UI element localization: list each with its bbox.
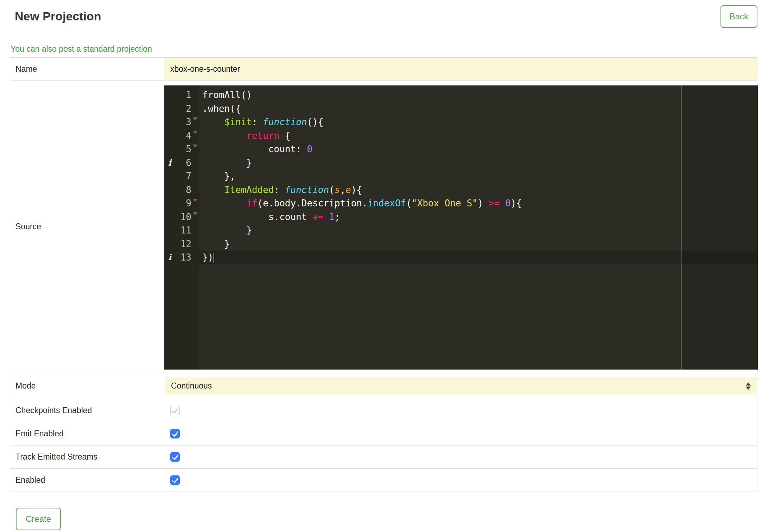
code-line: 11 }	[164, 224, 758, 237]
mode-select[interactable]: Continuous	[165, 377, 756, 395]
code-line: 5 count: 0	[164, 142, 758, 156]
info-icon: i	[168, 156, 171, 170]
emit-label: Emit Enabled	[10, 422, 164, 445]
code-token: },	[202, 171, 235, 181]
line-gutter: 3	[164, 115, 199, 129]
line-gutter: 5	[164, 142, 199, 156]
code-line: i13})	[164, 251, 758, 264]
code-token: "Xbox One S"	[412, 198, 478, 209]
code-token: function	[285, 185, 329, 195]
line-gutter: 12	[164, 237, 199, 251]
name-label: Name	[10, 58, 164, 80]
checkpoints-label: Checkpoints Enabled	[10, 399, 164, 422]
code-text: }	[199, 237, 758, 251]
source-cell: 1fromAll()2.when({3 $init: function(){4 …	[164, 81, 757, 373]
projection-form: Name Source 1fromAll()2.when({3 $init: f…	[10, 57, 757, 492]
back-button[interactable]: Back	[720, 5, 757, 28]
code-text: }	[199, 156, 758, 170]
code-token	[202, 130, 246, 141]
line-gutter: 9	[164, 197, 199, 210]
line-gutter: 2	[164, 102, 199, 116]
code-line: 9 if(e.body.Description.indexOf("Xbox On…	[164, 197, 758, 210]
line-number: 8	[164, 183, 191, 197]
form-row-source: Source 1fromAll()2.when({3 $init: functi…	[10, 80, 757, 373]
line-gutter: i6	[164, 156, 199, 170]
code-token: +=	[312, 212, 323, 222]
code-token: .when({	[202, 103, 241, 114]
line-number: 3	[164, 115, 191, 129]
enabled-checkbox[interactable]	[170, 475, 180, 485]
code-line: 3 $init: function(){	[164, 115, 758, 129]
mode-cell: Continuous	[164, 373, 757, 399]
line-number: 5	[164, 142, 191, 156]
code-token	[500, 198, 505, 209]
line-gutter: i13	[164, 251, 199, 264]
new-projection-page: New Projection Back You can also post a …	[0, 0, 762, 532]
code-token: >=	[489, 198, 500, 209]
code-text: if(e.body.Description.indexOf("Xbox One …	[199, 197, 758, 210]
code-line: 12 }	[164, 237, 758, 251]
code-token	[202, 185, 224, 195]
code-token: 0	[307, 144, 312, 154]
info-icon: i	[168, 251, 171, 264]
line-gutter: 10	[164, 210, 199, 224]
code-token: (	[406, 198, 412, 209]
create-button[interactable]: Create	[16, 508, 61, 530]
line-number: 12	[164, 237, 191, 251]
code-token: :	[252, 117, 263, 127]
code-line: i6 }	[164, 156, 758, 170]
code-token: e	[345, 185, 351, 195]
emit-cell	[164, 422, 757, 445]
line-number: 2	[164, 102, 191, 116]
code-token: s	[335, 185, 340, 195]
text-cursor	[214, 253, 214, 263]
code-line: 8 ItemAdded: function(s,e){	[164, 183, 758, 197]
enabled-label: Enabled	[10, 469, 164, 492]
code-token: :	[274, 185, 285, 195]
line-gutter: 1	[164, 88, 199, 102]
code-text: })	[199, 251, 758, 264]
code-text: s.count += 1;	[199, 210, 758, 224]
code-token: )	[478, 198, 489, 209]
name-input[interactable]	[164, 58, 757, 80]
code-line: 2.when({	[164, 102, 758, 116]
code-token	[323, 212, 329, 222]
code-token: indexOf	[368, 198, 406, 209]
checkpoints-cell	[164, 399, 757, 422]
line-gutter: 8	[164, 183, 199, 197]
code-token: (e.body.Description.	[258, 198, 368, 209]
track-cell	[164, 446, 757, 468]
name-cell	[164, 58, 757, 80]
code-text: },	[199, 169, 758, 183]
code-line: 4 return {	[164, 129, 758, 143]
line-number: 4	[164, 129, 191, 143]
code-token: (	[329, 185, 335, 195]
code-token: if	[246, 198, 257, 209]
line-number: 10	[164, 210, 191, 224]
code-token: (){	[307, 117, 323, 127]
form-row-enabled: Enabled	[10, 468, 757, 492]
editor-lines: 1fromAll()2.when({3 $init: function(){4 …	[164, 85, 758, 264]
line-gutter: 7	[164, 169, 199, 183]
standard-projection-link[interactable]: You can also post a standard projection	[11, 44, 152, 54]
code-text: $init: function(){	[199, 115, 758, 129]
code-token: ItemAdded	[224, 185, 274, 195]
code-token: }	[202, 239, 230, 249]
form-row-checkpoints: Checkpoints Enabled	[10, 399, 757, 422]
track-checkbox[interactable]	[170, 452, 180, 462]
form-row-name: Name	[10, 58, 757, 80]
code-text: .when({	[199, 102, 758, 116]
code-text: return {	[199, 129, 758, 143]
code-token: function	[263, 117, 307, 127]
code-token: ;	[335, 212, 340, 222]
emit-checkbox[interactable]	[170, 429, 180, 438]
code-text: ItemAdded: function(s,e){	[199, 183, 758, 197]
code-token: $init	[224, 117, 252, 127]
code-token: ){	[511, 198, 522, 209]
form-row-track: Track Emitted Streams	[10, 445, 757, 468]
code-text: fromAll()	[199, 88, 758, 102]
source-label: Source	[10, 81, 164, 373]
source-code-editor[interactable]: 1fromAll()2.when({3 $init: function(){4 …	[164, 85, 758, 370]
code-token: ){	[351, 185, 362, 195]
code-text: count: 0	[199, 142, 758, 156]
